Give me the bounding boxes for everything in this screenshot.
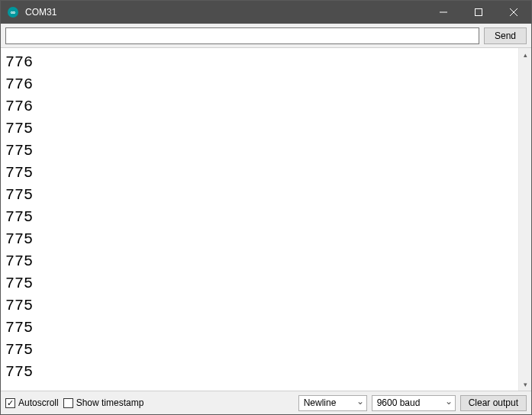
svg-rect-3	[476, 9, 482, 16]
autoscroll-checkbox[interactable]: ✓ Autoscroll	[5, 397, 59, 408]
input-row: Send	[1, 24, 531, 48]
scrollbar[interactable]: ▴ ▾	[518, 48, 531, 391]
line-ending-select[interactable]: Newline	[298, 395, 367, 411]
clear-output-button[interactable]: Clear output	[460, 395, 527, 411]
serial-output: 776 776 776 775 775 775 775 775 775 775 …	[1, 48, 518, 391]
close-button[interactable]	[496, 1, 531, 24]
svg-text:∞: ∞	[11, 8, 16, 16]
show-timestamp-label: Show timestamp	[76, 397, 144, 408]
checkbox-icon: ✓	[5, 398, 15, 408]
maximize-button[interactable]	[461, 1, 496, 24]
scroll-down-icon[interactable]: ▾	[519, 378, 531, 391]
output-wrap: 776 776 776 775 775 775 775 775 775 775 …	[1, 48, 531, 391]
serial-input[interactable]	[5, 27, 479, 44]
autoscroll-label: Autoscroll	[18, 397, 59, 408]
send-button[interactable]: Send	[484, 27, 527, 44]
checkbox-icon	[63, 398, 73, 408]
minimize-button[interactable]	[426, 1, 461, 24]
bottom-bar: ✓ Autoscroll Show timestamp Newline 9600…	[1, 391, 531, 414]
window-controls	[426, 1, 531, 24]
show-timestamp-checkbox[interactable]: Show timestamp	[63, 397, 144, 408]
titlebar: ∞ COM31	[1, 1, 531, 24]
scroll-up-icon[interactable]: ▴	[519, 48, 531, 61]
arduino-icon: ∞	[7, 6, 19, 18]
baud-select[interactable]: 9600 baud	[372, 395, 456, 411]
window-title: COM31	[25, 7, 426, 18]
